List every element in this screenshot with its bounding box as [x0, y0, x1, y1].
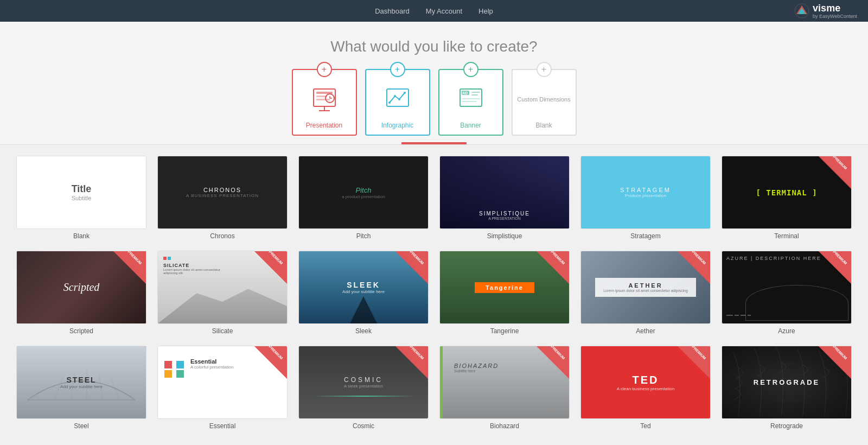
template-ted-thumb: TED A clean business presentation	[580, 346, 711, 419]
template-silicate-name: Silicate	[157, 327, 288, 335]
template-terminal[interactable]: [ TERMINAL ] Terminal	[722, 156, 852, 240]
svg-rect-20	[471, 94, 478, 96]
template-retrograde-name: Retrograde	[722, 422, 852, 430]
banner-icon-area: AD	[439, 81, 502, 119]
svg-rect-22	[462, 101, 477, 102]
template-azure-thumb: AZURE | DESCRIPTION HERE	[722, 251, 852, 324]
template-pitch[interactable]: Pitch a product presentation Pitch	[298, 156, 429, 240]
pitch-title: Pitch	[356, 186, 372, 194]
template-scripted-thumb: Scripted	[16, 251, 146, 324]
template-biohazard[interactable]: BIOHAZARD Subtitle here Biohazard	[439, 346, 570, 430]
retrograde-title: RETROGRADE	[754, 378, 820, 386]
essential-sub: A colorful presentation	[190, 365, 233, 370]
template-ted-name: Ted	[580, 422, 711, 430]
create-presentation-card[interactable]: + Presentation	[292, 69, 357, 136]
template-retrograde[interactable]: RETROGRADE Retrograde	[722, 346, 852, 430]
custom-dimensions-label: Custom Dimensions	[517, 96, 570, 104]
template-ted[interactable]: TED A clean business presentation Ted	[580, 346, 711, 430]
template-sleek-thumb: SLEEK Add your subtitle here	[298, 251, 429, 324]
ted-sub: A clean business presentation	[617, 386, 674, 391]
banner-plus-icon: +	[463, 62, 478, 77]
chronos-sub: A BUSINESS PRESENTATION	[186, 193, 259, 198]
page-title: What would you like to create?	[0, 38, 868, 55]
steel-sub: Add your subtitle here	[60, 384, 103, 389]
template-stratagem[interactable]: STRATAGEM Produce presentation Stratagem	[580, 156, 711, 240]
template-aether[interactable]: AETHER Lorem ipsum dolor sit amet consec…	[580, 251, 711, 335]
aether-premium-badge	[678, 251, 710, 284]
nav-links: Dashboard My Account Help	[375, 7, 493, 15]
presentation-plus-icon: +	[317, 62, 332, 77]
create-blank-card[interactable]: + Custom Dimensions Blank	[512, 69, 577, 136]
template-azure-name: Azure	[722, 327, 852, 335]
simplistique-title: SIMPLISTIQUE	[479, 211, 530, 217]
template-simplistique-name: Simplistique	[439, 232, 570, 240]
azure-premium-badge	[819, 251, 851, 284]
template-azure[interactable]: AZURE | DESCRIPTION HERE Azure	[722, 251, 852, 335]
svg-point-13	[394, 95, 396, 97]
blank-icon-area: Custom Dimensions	[513, 81, 576, 119]
cosmic-premium-badge	[395, 346, 428, 379]
template-biohazard-thumb: BIOHAZARD Subtitle here	[439, 346, 570, 419]
template-simplistique[interactable]: SIMPLISTIQUE A PRESENTATION Simplistique	[439, 156, 570, 240]
template-tangerine-thumb: Tangerine	[439, 251, 570, 324]
template-scripted[interactable]: Scripted Scripted	[16, 251, 146, 335]
ted-premium-badge	[678, 346, 710, 379]
sleek-title: SLEEK	[347, 281, 380, 289]
template-sleek-name: Sleek	[298, 327, 429, 335]
svg-point-15	[404, 92, 406, 94]
template-chronos-name: Chronos	[157, 232, 288, 240]
pitch-sub: a product presentation	[342, 194, 385, 199]
template-tangerine[interactable]: Tangerine Tangerine	[439, 251, 570, 335]
template-essential[interactable]: Essential A colorful presentation Essent…	[157, 346, 288, 430]
logo-sub: by EasyWebContent	[813, 14, 857, 19]
top-nav: Dashboard My Account Help visme by EasyW…	[0, 0, 868, 22]
cosmic-title: COSMIC	[344, 376, 383, 384]
chronos-title: CHRONOS	[203, 187, 241, 193]
cosmic-sub: A sleek presentation	[344, 384, 383, 389]
scripted-premium-badge	[113, 251, 146, 284]
template-biohazard-name: Biohazard	[439, 422, 570, 430]
simplistique-sub: A PRESENTATION	[488, 217, 521, 220]
presentation-icon	[311, 86, 338, 113]
nav-help[interactable]: Help	[478, 7, 493, 15]
template-pitch-name: Pitch	[298, 232, 429, 240]
svg-rect-21	[462, 98, 480, 99]
blank-title: Title	[72, 183, 92, 195]
sleek-tree-silhouette	[350, 296, 377, 323]
template-chronos[interactable]: CHRONOS A BUSINESS PRESENTATION Chronos	[157, 156, 288, 240]
template-chronos-thumb: CHRONOS A BUSINESS PRESENTATION	[157, 156, 288, 229]
cosmic-line	[312, 396, 415, 397]
template-stratagem-thumb: STRATAGEM Produce presentation	[580, 156, 711, 229]
template-aether-thumb: AETHER Lorem ipsum dolor sit amet consec…	[580, 251, 711, 324]
presentation-icon-area	[293, 81, 356, 119]
template-tangerine-name: Tangerine	[439, 327, 570, 335]
template-steel[interactable]: STEEL Add your subtitle here Steel	[16, 346, 146, 430]
template-cosmic[interactable]: COSMIC A sleek presentation Cosmic	[298, 346, 429, 430]
biohazard-green-line	[440, 346, 443, 418]
tangerine-header: Tangerine	[475, 282, 534, 293]
presentation-label: Presentation	[293, 122, 356, 129]
nav-my-account[interactable]: My Account	[426, 7, 462, 15]
template-terminal-name: Terminal	[722, 232, 852, 240]
main-content: Title Subtitle Blank CHRONOS A BUSINESS …	[0, 145, 868, 441]
create-infographic-card[interactable]: + Infographic	[365, 69, 430, 136]
header-section: What would you like to create? + Present…	[0, 22, 868, 145]
svg-point-3	[800, 10, 804, 14]
create-banner-card[interactable]: + AD Banner	[438, 69, 503, 136]
template-silicate[interactable]: SILICATE Lorem ipsum dolor sit amet cons…	[157, 251, 288, 335]
svg-rect-4	[314, 89, 335, 106]
template-steel-name: Steel	[16, 422, 146, 430]
infographic-plus-icon: +	[390, 62, 405, 77]
template-blank-name: Blank	[16, 232, 146, 240]
template-steel-thumb: STEEL Add your subtitle here	[16, 346, 146, 419]
template-cosmic-thumb: COSMIC A sleek presentation	[298, 346, 429, 419]
template-sleek[interactable]: SLEEK Add your subtitle here Sleek	[298, 251, 429, 335]
tangerine-premium-badge	[537, 251, 569, 284]
stratagem-title: STRATAGEM	[620, 187, 671, 193]
template-cosmic-name: Cosmic	[298, 422, 429, 430]
aether-title: AETHER	[603, 282, 688, 289]
template-blank[interactable]: Title Subtitle Blank	[16, 156, 146, 240]
nav-dashboard[interactable]: Dashboard	[375, 7, 410, 15]
aether-sub: Lorem ipsum dolor sit amet consectetur a…	[603, 289, 688, 293]
template-pitch-thumb: Pitch a product presentation	[298, 156, 429, 229]
